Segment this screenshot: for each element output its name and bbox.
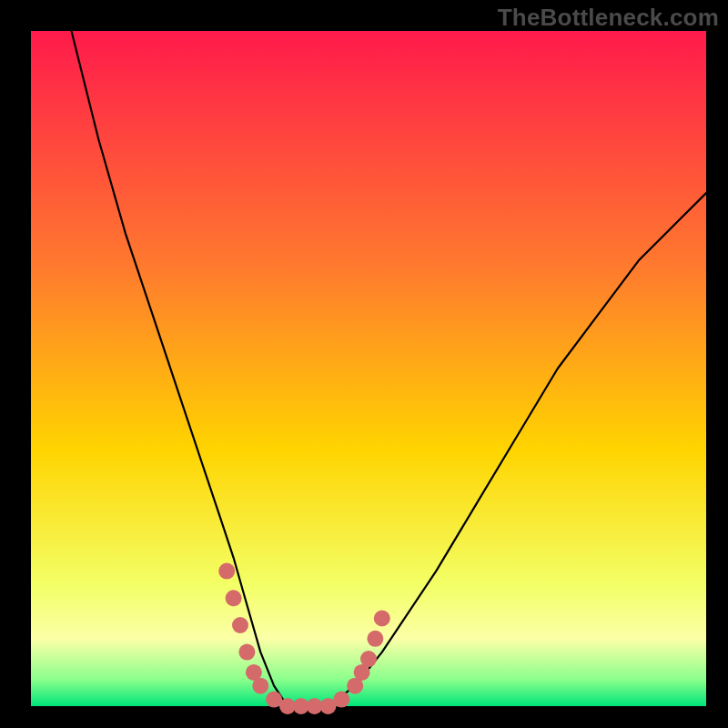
chart-frame: TheBottleneck.com: [0, 0, 728, 728]
bottleneck-chart: [0, 0, 728, 728]
highlight-dot: [333, 692, 349, 708]
highlight-dot: [226, 590, 242, 606]
highlight-dot: [360, 651, 377, 667]
highlight-dot: [252, 678, 268, 694]
highlight-dot: [232, 617, 248, 633]
plot-background: [31, 31, 706, 706]
highlight-dot: [367, 631, 383, 647]
highlight-dot: [374, 611, 390, 627]
highlight-dot: [218, 563, 235, 580]
highlight-dot: [238, 644, 255, 661]
